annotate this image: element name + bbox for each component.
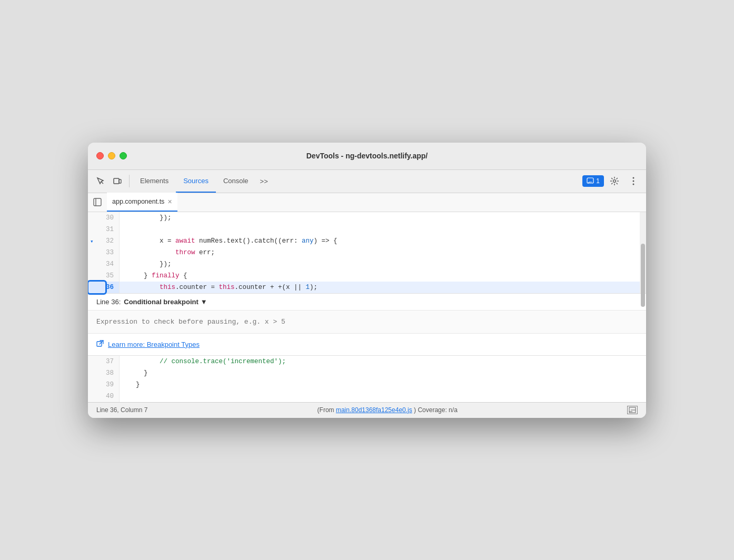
breakpoint-learn-more: Learn more: Breakpoint Types	[88, 334, 646, 355]
line-number-31: 31	[88, 224, 119, 235]
code-lines-after: 37 38 39 40 // console.trace('incremente…	[88, 356, 646, 402]
file-tab-name: app.component.ts	[112, 198, 164, 205]
tab-console[interactable]: Console	[216, 169, 256, 193]
more-options-icon[interactable]	[625, 173, 642, 189]
devtools-window: DevTools - ng-devtools.netlify.app/ Elem…	[88, 143, 646, 418]
tab-sources[interactable]: Sources	[176, 169, 216, 193]
traffic-lights	[96, 152, 127, 159]
arrow-indicator: ▾	[90, 237, 94, 244]
external-link-icon	[96, 340, 104, 349]
devtools-tab-bar: Elements Sources Console >> 1	[88, 170, 646, 193]
settings-icon[interactable]	[606, 173, 623, 189]
more-tabs-button[interactable]: >>	[256, 177, 272, 185]
sidebar-toggle-icon[interactable]	[90, 195, 105, 209]
scrollbar[interactable]	[640, 212, 646, 293]
breakpoint-input-area	[88, 311, 646, 334]
from-close: )	[414, 406, 416, 414]
svg-point-5	[633, 177, 634, 179]
code-line-32: x = await numRes.text().catch((err: any)…	[120, 235, 646, 247]
svg-rect-10	[97, 342, 102, 346]
toolbar-right: 1	[582, 173, 642, 189]
svg-point-7	[633, 184, 634, 185]
line-number-33: 33	[88, 247, 119, 258]
code-line-39: }	[120, 379, 646, 391]
tab-separator	[129, 175, 130, 187]
close-button[interactable]	[96, 152, 104, 159]
svg-point-6	[633, 181, 634, 182]
line-number-37: 37	[88, 356, 119, 367]
learn-more-link[interactable]: Learn more: Breakpoint Types	[108, 341, 200, 348]
coverage-label: Coverage: n/a	[418, 406, 457, 414]
file-tab-bar: app.component.ts ×	[88, 193, 646, 212]
code-line-30: });	[120, 212, 646, 224]
from-label: (From	[318, 406, 334, 414]
coverage-icon[interactable]	[627, 406, 638, 414]
code-line-35: } finally {	[120, 270, 646, 282]
code-line-36: this.counter = this.counter + +(x || 1);	[120, 282, 646, 293]
messages-badge[interactable]: 1	[582, 175, 604, 187]
code-line-38: }	[120, 367, 646, 379]
code-content: }); x = await numRes.text().catch((err: …	[120, 212, 646, 293]
code-lines-before: 30 31 ▾ 32 33 34	[88, 212, 646, 293]
breakpoint-line-label: Line 36:	[96, 298, 121, 306]
window-title: DevTools - ng-devtools.netlify.app/	[306, 152, 428, 160]
inspect-element-icon[interactable]	[92, 173, 109, 189]
status-right	[627, 406, 638, 414]
breakpoint-type-label: Conditional breakpoint	[124, 298, 199, 306]
code-content-after: // console.trace('incremented'); } }	[120, 356, 646, 402]
source-file-link[interactable]: main.80d1368fa125e4e0.js	[336, 406, 412, 414]
status-bar: Line 36, Column 7 (From main.80d1368fa12…	[88, 402, 646, 418]
code-line-37: // console.trace('incremented');	[120, 356, 646, 367]
code-line-33: throw err;	[120, 247, 646, 258]
svg-point-4	[613, 180, 616, 183]
code-line-34: });	[120, 258, 646, 270]
code-line-40	[120, 391, 646, 402]
breakpoint-expression-input[interactable]	[96, 316, 638, 328]
svg-rect-8	[94, 198, 101, 206]
title-bar: DevTools - ng-devtools.netlify.app/	[88, 143, 646, 170]
line-number-35: 35	[88, 270, 119, 282]
device-toolbar-icon[interactable]	[109, 173, 126, 189]
minimize-button[interactable]	[108, 152, 115, 159]
breakpoint-popup-header: Line 36: Conditional breakpoint ▼	[88, 294, 646, 311]
line-numbers-after: 37 38 39 40	[88, 356, 120, 402]
tab-elements[interactable]: Elements	[133, 169, 176, 193]
file-tab-close[interactable]: ×	[167, 198, 172, 205]
line-numbers: 30 31 ▾ 32 33 34	[88, 212, 120, 293]
scrollbar-after[interactable]	[640, 356, 646, 402]
line-number-36[interactable]: 36	[88, 282, 119, 293]
breakpoint-popup: Line 36: Conditional breakpoint ▼ Lear	[88, 293, 646, 356]
breakpoint-type-dropdown[interactable]: Conditional breakpoint ▼	[124, 298, 207, 306]
line-number-30: 30	[88, 212, 119, 224]
file-tab-app-component[interactable]: app.component.ts ×	[107, 193, 177, 212]
line-number-38: 38	[88, 367, 119, 379]
line-number-32: ▾ 32	[88, 235, 119, 247]
status-center: (From main.80d1368fa125e4e0.js ) Coverag…	[147, 406, 627, 414]
cursor-position: Line 36, Column 7	[96, 406, 147, 414]
svg-line-0	[101, 182, 103, 184]
line-number-39: 39	[88, 379, 119, 391]
code-line-31	[120, 224, 646, 235]
svg-rect-2	[119, 179, 121, 183]
svg-rect-1	[114, 178, 119, 184]
line-number-40: 40	[88, 391, 119, 402]
editor-area: 30 31 ▾ 32 33 34	[88, 212, 646, 402]
breakpoint-ring	[88, 280, 107, 295]
maximize-button[interactable]	[120, 152, 127, 159]
breakpoint-dropdown-icon: ▼	[201, 298, 207, 306]
scrollbar-thumb[interactable]	[641, 244, 645, 307]
line-number-34: 34	[88, 258, 119, 270]
